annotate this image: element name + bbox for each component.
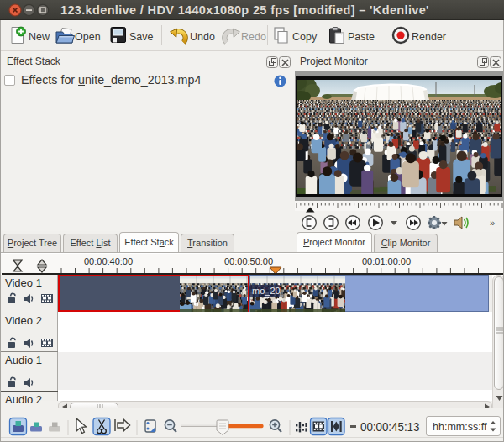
svg-text:00:00:50:00: 00:00:50:00: [224, 256, 273, 266]
svg-text:00:00:40:00: 00:00:40:00: [84, 256, 133, 266]
svg-text:»: »: [490, 218, 495, 228]
svg-text:00:01:00:00: 00:01:00:00: [362, 256, 411, 266]
